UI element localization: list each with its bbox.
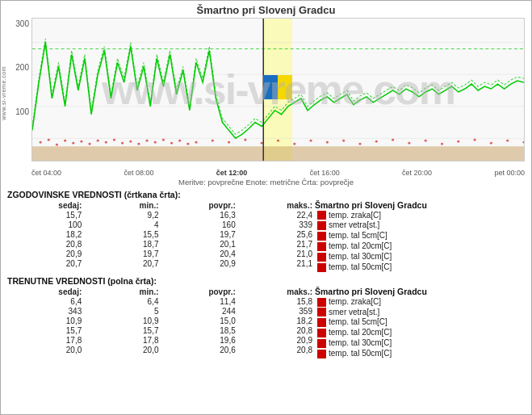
svg-point-29: [228, 141, 230, 144]
table-row: 20,9 19,7 20,4 21,0: [7, 249, 315, 258]
col-sedaj: sedaj:: [7, 200, 84, 210]
svg-point-38: [375, 140, 378, 143]
svg-rect-0: [263, 75, 278, 99]
svg-point-19: [129, 140, 132, 143]
chart-title: Šmartno pri Slovenj Gradcu: [1, 1, 531, 18]
current-right: Šmartno pri Slovenj Gradcu temp. zraka[C…: [315, 287, 525, 360]
svg-point-26: [186, 143, 189, 145]
table-row: 17,8 17,8 19,6 20,9: [7, 335, 315, 345]
svg-point-9: [48, 139, 50, 141]
y-label-300: 300: [15, 19, 29, 28]
svg-point-46: [506, 140, 509, 142]
legend-row: temp. tal 20cm[C]: [315, 328, 525, 338]
legend-row: temp. tal 20cm[C]: [315, 241, 525, 252]
legend-row: temp. tal 50cm[C]: [315, 348, 525, 358]
table-row: 18,2 15,5 19,7 25,6: [7, 229, 315, 239]
svg-point-15: [97, 140, 99, 142]
curr-color-box-1: [317, 298, 326, 307]
curr-color-box-6: [317, 350, 326, 358]
svg-point-31: [261, 142, 263, 145]
historical-content: sedaj: min.: povpr.: maks.: 15,7 9,2 16,…: [7, 200, 525, 274]
curr-color-box-3: [317, 318, 326, 327]
y-axis: 300 200 100: [1, 18, 31, 167]
svg-point-14: [89, 143, 91, 145]
svg-rect-7: [32, 146, 524, 161]
svg-point-27: [195, 141, 197, 144]
historical-title: ZGODOVINSKE VREDNOSTI (črtkana črta):: [7, 190, 525, 199]
historical-left: sedaj: min.: povpr.: maks.: 15,7 9,2 16,…: [7, 200, 315, 274]
y-label-200: 200: [15, 63, 29, 72]
legend-row: temp. tal 30cm[C]: [315, 251, 525, 262]
current-legend-table: temp. zraka[C] smer vetra[st.] temp. tal…: [315, 296, 525, 358]
table-row: 15,7 9,2 16,3 22,4: [7, 210, 315, 220]
svg-point-34: [310, 140, 312, 142]
historical-legend-table: temp. zraka[C] smer vetra[st.] temp. tal…: [315, 210, 525, 272]
current-left: sedaj: min.: povpr.: maks.: 6,4 6,4 11,4…: [7, 287, 315, 360]
svg-point-30: [244, 139, 246, 141]
table-row: 20,7 20,7 20,9 21,1: [7, 258, 315, 268]
svg-point-25: [178, 140, 181, 142]
legend-row: temp. tal 5cm[C]: [315, 231, 525, 241]
chart-area: Šmartno pri Slovenj Gradcu www.si-vreme.…: [1, 1, 531, 187]
table-row: 15,7 15,7 18,5 20,8: [7, 325, 315, 335]
svg-point-41: [425, 140, 427, 142]
svg-point-33: [293, 143, 295, 145]
svg-point-47: [522, 141, 524, 144]
chart-subtitle: Meritve: povprečne Enote: metrične Črta:…: [1, 177, 531, 188]
chart-canvas: www.si-vreme.com: [31, 18, 525, 161]
historical-table: sedaj: min.: povpr.: maks.: 15,7 9,2 16,…: [7, 200, 315, 268]
svg-point-45: [490, 142, 492, 145]
svg-point-18: [121, 142, 124, 145]
table-row: 20,8 18,7 20,1 21,7: [7, 239, 315, 249]
legend-row: smer vetra[st.]: [315, 307, 525, 317]
table-row: 6,4 6,4 11,4 15,8: [7, 296, 315, 306]
legend-row: temp. zraka[C]: [315, 210, 525, 220]
color-box-4: [317, 242, 326, 251]
svg-point-13: [80, 140, 82, 143]
table-row: 343 5 244 359: [7, 306, 315, 316]
legend-row: smer vetra[st.]: [315, 220, 525, 231]
svg-point-11: [64, 140, 66, 142]
x-label-1: čet 08:00: [124, 169, 153, 177]
svg-rect-1: [278, 75, 292, 99]
current-right-title: Šmartno pri Slovenj Gradcu: [315, 287, 525, 296]
svg-point-21: [146, 140, 149, 142]
svg-point-36: [342, 140, 345, 142]
svg-point-23: [162, 139, 165, 141]
color-indicator: [263, 75, 292, 99]
historical-right-title: Šmartno pri Slovenj Gradcu: [315, 200, 525, 210]
svg-point-42: [441, 143, 443, 145]
color-box-5: [317, 253, 326, 262]
svg-point-17: [113, 139, 115, 141]
svg-point-22: [154, 141, 157, 144]
svg-point-20: [137, 143, 140, 145]
col-povpr: povpr.:: [161, 200, 238, 210]
color-box-1: [317, 211, 326, 220]
curr-color-box-4: [317, 329, 326, 337]
color-box-2: [317, 221, 326, 230]
table-row: 20,0 20,0 20,6 20,8: [7, 345, 315, 354]
svg-point-16: [105, 141, 107, 144]
current-title: TRENUTNE VREDNOSTI (polna črta):: [7, 276, 525, 286]
data-section: ZGODOVINSKE VREDNOSTI (črtkana črta): se…: [1, 187, 531, 414]
table-row: 100 4 160 339: [7, 220, 315, 229]
svg-point-12: [72, 142, 74, 145]
legend-row: temp. tal 5cm[C]: [315, 317, 525, 328]
legend-row: temp. zraka[C]: [315, 296, 525, 307]
table-row: 10,9 10,9 15,0 18,2: [7, 316, 315, 325]
svg-point-8: [40, 141, 42, 144]
legend-row: temp. tal 50cm[C]: [315, 262, 525, 272]
legend-row: temp. tal 30cm[C]: [315, 338, 525, 349]
svg-point-24: [170, 142, 173, 145]
x-label-2: čet 12:00: [216, 169, 248, 177]
svg-point-44: [474, 139, 476, 141]
color-box-3: [317, 232, 326, 241]
svg-point-43: [457, 140, 459, 143]
table-header: sedaj: min.: povpr.: maks.:: [7, 200, 315, 210]
x-axis: čet 04:00 čet 08:00 čet 12:00 čet 16:00 …: [31, 167, 525, 177]
svg-point-39: [392, 139, 394, 141]
svg-point-32: [277, 140, 279, 142]
svg-point-10: [56, 144, 58, 146]
x-label-4: čet 20:00: [402, 169, 432, 177]
svg-point-28: [212, 140, 214, 142]
